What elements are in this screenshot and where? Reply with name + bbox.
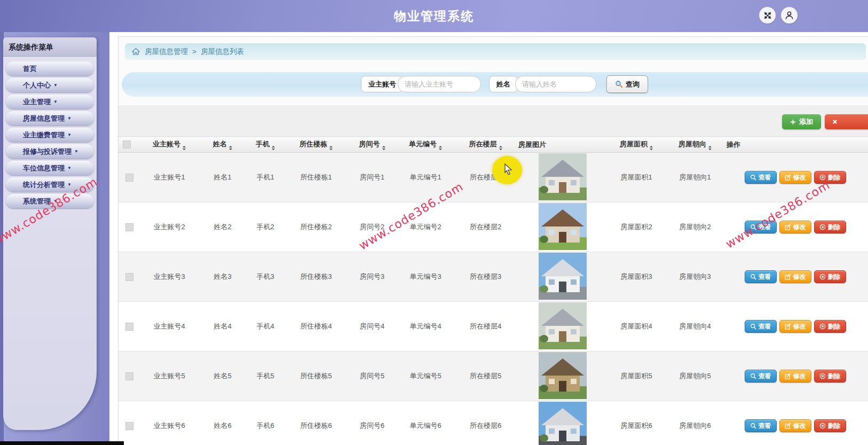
sidebar-item-label: 首页 (23, 64, 37, 74)
column-label: 房屋面积 (620, 140, 648, 148)
sidebar-item-5[interactable]: 报修与投诉管理▼ (6, 144, 94, 159)
page-title: 物业管理系统 (0, 0, 868, 32)
cell-floor: 所在楼层5 (455, 352, 516, 401)
edit-button[interactable]: 修改 (779, 370, 811, 382)
cell-image[interactable] (516, 153, 607, 202)
cell-image[interactable] (516, 401, 607, 445)
column-header-area[interactable]: 房屋面积 (607, 137, 666, 153)
cell-area: 房屋面积4 (607, 302, 666, 352)
sort-icon[interactable] (229, 146, 232, 150)
name-label: 姓名 (489, 76, 518, 92)
delete-button[interactable]: 删除 (814, 221, 846, 233)
column-header-phone[interactable]: 手机 (247, 137, 284, 153)
sidebar-item-4[interactable]: 业主缴费管理▼ (6, 128, 94, 142)
delete-button[interactable]: 删除 (814, 320, 846, 333)
cell-room: 房间号4 (348, 302, 396, 352)
edit-button[interactable]: 修改 (779, 171, 811, 184)
column-header-unit[interactable]: 单元编号 (396, 137, 455, 153)
cell-account: 业主账号5 (140, 352, 199, 401)
cell-name: 姓名3 (199, 252, 247, 302)
cell-image[interactable] (516, 252, 607, 302)
sidebar-item-label: 房屋信息管理 (23, 114, 65, 123)
house-photo (539, 153, 587, 200)
add-button[interactable]: 添加 (782, 114, 821, 129)
view-button[interactable]: 查看 (745, 171, 777, 184)
edit-button[interactable]: 修改 (779, 320, 811, 333)
cell-image[interactable] (516, 302, 607, 352)
cell-actions: 查看修改删除 (724, 401, 868, 445)
sidebar-item-label: 业主缴费管理 (23, 130, 65, 140)
column-header-name[interactable]: 姓名 (199, 137, 247, 153)
sort-icon[interactable] (183, 146, 186, 150)
sidebar-item-6[interactable]: 车位信息管理▼ (6, 161, 94, 175)
column-header-floor[interactable]: 所在楼层 (455, 137, 516, 153)
sort-icon[interactable] (439, 146, 442, 150)
edit-button[interactable]: 修改 (779, 419, 811, 432)
sidebar-item-8[interactable]: 系统管理▼ (6, 194, 94, 208)
row-checkbox[interactable] (125, 273, 133, 281)
view-button[interactable]: 查看 (745, 370, 777, 382)
breadcrumb-current[interactable]: 房屋信息列表 (201, 47, 244, 57)
query-button[interactable]: 查询 (606, 75, 648, 93)
view-button[interactable]: 查看 (745, 221, 777, 233)
sort-icon[interactable] (708, 146, 712, 150)
magnifier-icon (750, 323, 756, 330)
row-checkbox[interactable] (125, 372, 133, 380)
select-all-checkbox[interactable] (123, 140, 131, 149)
breadcrumb-parent[interactable]: 房屋信息管理 (145, 47, 188, 57)
fullscreen-icon (763, 11, 772, 20)
sort-icon[interactable] (499, 146, 502, 150)
row-checkbox[interactable] (125, 323, 133, 331)
cell-orientation: 房屋朝向5 (666, 352, 724, 401)
cell-image[interactable] (516, 352, 607, 401)
column-header-account[interactable]: 业主账号 (140, 137, 199, 153)
edit-button[interactable]: 修改 (779, 270, 811, 283)
sidebar-item-2[interactable]: 业主管理▼ (6, 95, 94, 109)
delete-button[interactable]: 删除 (814, 419, 846, 432)
row-checkbox[interactable] (125, 174, 133, 182)
column-header-orientation[interactable]: 房屋朝向 (666, 137, 724, 153)
column-header-building[interactable]: 所住楼栋 (284, 137, 348, 153)
view-button[interactable]: 查看 (745, 320, 777, 333)
chevron-down-icon: ▼ (53, 199, 58, 204)
delete-button[interactable]: 删除 (814, 270, 846, 283)
chevron-down-icon: ▼ (67, 182, 72, 187)
house-photo (539, 302, 587, 349)
edit-button[interactable]: 修改 (779, 221, 811, 233)
sidebar-item-3[interactable]: 房屋信息管理▼ (6, 111, 94, 126)
cell-image[interactable] (516, 202, 607, 252)
sort-icon[interactable] (382, 146, 385, 150)
sidebar-item-0[interactable]: 首页 (6, 61, 94, 76)
column-header-room[interactable]: 房间号 (348, 137, 396, 153)
sidebar-menu: 首页个人中心▼业主管理▼房屋信息管理▼业主缴费管理▼报修与投诉管理▼车位信息管理… (3, 57, 97, 208)
name-input[interactable] (515, 76, 596, 92)
chevron-down-icon: ▼ (67, 116, 72, 121)
cell-building: 所住楼栋6 (284, 401, 348, 445)
account-input[interactable] (398, 76, 481, 92)
sort-icon[interactable] (329, 146, 333, 150)
fullscreen-button[interactable] (759, 7, 776, 24)
sort-icon[interactable] (650, 146, 653, 150)
delete-button[interactable]: 删除 (814, 370, 846, 382)
column-label: 姓名 (213, 140, 227, 148)
table-body: 业主账号1姓名1手机1所住楼栋1房间号1单元编号1所在楼层1房屋面积1房屋朝向1… (119, 153, 868, 445)
delete-button[interactable]: 删除 (814, 171, 846, 184)
view-button[interactable]: 查看 (745, 419, 777, 432)
row-checkbox[interactable] (125, 223, 133, 231)
cell-area: 房屋面积6 (607, 401, 666, 445)
edit-icon (785, 274, 791, 280)
cell-unit: 单元编号4 (396, 302, 455, 352)
cell-unit: 单元编号5 (396, 352, 455, 401)
user-button[interactable] (781, 7, 798, 24)
column-label: 业主账号 (153, 140, 180, 148)
column-header-actions: 操作 (724, 137, 868, 153)
sort-icon[interactable] (272, 146, 275, 150)
row-checkbox[interactable] (125, 422, 133, 430)
cell-orientation: 房屋朝向3 (666, 252, 724, 302)
sidebar-item-7[interactable]: 统计分析管理▼ (6, 177, 94, 192)
view-button[interactable]: 查看 (745, 270, 777, 283)
batch-delete-button[interactable] (825, 114, 868, 129)
cell-orientation: 房屋朝向1 (666, 153, 724, 202)
sidebar-item-label: 业主管理 (23, 97, 51, 107)
sidebar-item-1[interactable]: 个人中心▼ (6, 78, 94, 92)
